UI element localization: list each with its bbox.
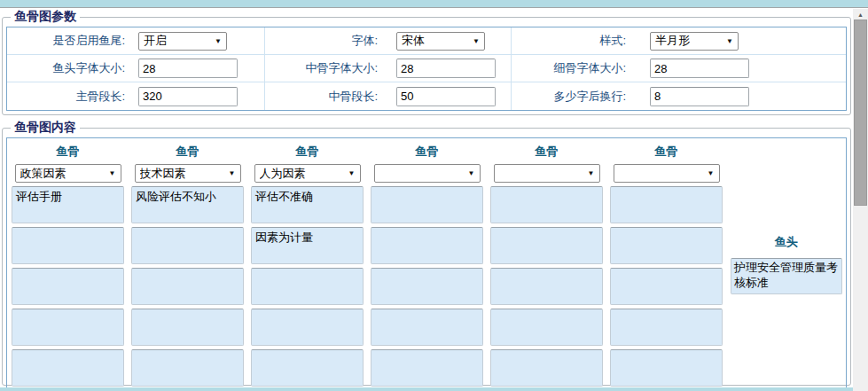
bone-column-1: 鱼骨 政策因素 ▼ 评估手册 — [12, 138, 124, 390]
field-label: 多少字后换行: — [512, 89, 626, 105]
params-section-title: 鱼骨图参数 — [11, 9, 80, 25]
field-label: 细骨字体大小: — [512, 60, 626, 76]
fish-head-textarea[interactable]: 护理安全管理质量考核标准 — [731, 258, 842, 294]
bone-item-textarea[interactable] — [12, 349, 124, 387]
bone-item-textarea[interactable] — [490, 227, 603, 264]
bone-item-textarea[interactable] — [610, 227, 723, 264]
bone-item-textarea[interactable] — [610, 309, 723, 346]
scroll-up-button[interactable]: ▲ — [853, 9, 868, 20]
bone-column-header: 鱼骨 — [251, 144, 364, 160]
params-section: 鱼骨图参数 是否启用鱼尾: 开启 ▼ 字体: 宋体 ▼ — [2, 9, 851, 115]
head-font-size-input[interactable] — [138, 59, 238, 78]
chevron-down-icon: ▼ — [229, 169, 236, 177]
bone-column-3: 鱼骨 人为因素 ▼ 评估不准确 因素为计量 — [251, 138, 364, 390]
params-table: 是否启用鱼尾: 开启 ▼ 字体: 宋体 ▼ 样式: 半月形 — [6, 27, 847, 111]
bone-item-textarea[interactable] — [131, 349, 244, 387]
bone-category-select[interactable]: 政策因素 ▼ — [15, 164, 121, 183]
bone-item-textarea[interactable]: 因素为计量 — [251, 227, 364, 264]
field-label: 主骨段长: — [7, 89, 125, 105]
bone-column-header: 鱼骨 — [131, 144, 244, 160]
wrap-after-chars-input[interactable] — [650, 87, 749, 106]
bone-column-2: 鱼骨 技术因素 ▼ 风险评估不知小 — [131, 138, 244, 390]
params-row: 主骨段长: 中骨段长: 多少字后换行: — [7, 82, 846, 110]
field-mid-bone-font-size: 中骨字体大小: — [264, 55, 511, 82]
bone-item-textarea[interactable] — [12, 309, 124, 346]
field-wrap-after-chars: 多少字后换行: — [511, 82, 846, 110]
main-content: 鱼骨图参数 是否启用鱼尾: 开启 ▼ 字体: 宋体 ▼ — [0, 9, 853, 386]
bone-column-header: 鱼骨 — [490, 144, 603, 160]
field-font-family: 字体: 宋体 ▼ — [264, 27, 511, 54]
bone-column-4: 鱼骨 ▼ — [371, 138, 483, 390]
field-mid-bone-length: 中骨段长: — [264, 82, 511, 110]
bone-column-5: 鱼骨 ▼ — [490, 138, 603, 390]
field-label: 样式: — [512, 33, 626, 49]
field-label: 字体: — [265, 33, 378, 49]
bone-item-textarea[interactable] — [131, 268, 244, 305]
style-select[interactable]: 半月形 ▼ — [650, 32, 739, 51]
thin-bone-font-size-input[interactable] — [650, 59, 749, 78]
bone-item-textarea[interactable] — [610, 268, 723, 305]
params-row: 是否启用鱼尾: 开启 ▼ 字体: 宋体 ▼ 样式: 半月形 — [7, 27, 846, 55]
field-head-font-size: 鱼头字体大小: — [7, 55, 264, 82]
bone-item-textarea[interactable] — [490, 349, 603, 387]
content-grid: 鱼骨 政策因素 ▼ 评估手册 鱼骨 技术因素 ▼ — [6, 137, 847, 391]
bone-column-header: 鱼骨 — [12, 144, 124, 160]
field-label: 是否启用鱼尾: — [7, 33, 125, 49]
bone-item-textarea[interactable] — [490, 268, 603, 305]
bone-item-textarea[interactable] — [12, 268, 124, 305]
bone-item-textarea[interactable] — [131, 309, 244, 346]
bone-item-textarea[interactable] — [131, 227, 244, 264]
vertical-scrollbar[interactable]: ▲ — [853, 9, 868, 391]
scroll-up-icon: ▲ — [857, 12, 864, 18]
chevron-down-icon: ▼ — [726, 37, 733, 45]
bone-item-textarea[interactable] — [371, 268, 483, 305]
font-family-select[interactable]: 宋体 ▼ — [396, 32, 485, 51]
bone-category-select[interactable]: ▼ — [614, 164, 720, 183]
bone-item-textarea[interactable]: 风险评估不知小 — [131, 186, 244, 223]
field-thin-bone-font-size: 细骨字体大小: — [511, 55, 846, 82]
chevron-down-icon: ▼ — [348, 169, 356, 177]
bone-item-textarea[interactable] — [371, 186, 483, 223]
mid-bone-font-size-input[interactable] — [396, 59, 496, 78]
fish-head-header: 鱼头 — [731, 234, 842, 250]
enable-fish-tail-select[interactable]: 开启 ▼ — [138, 32, 227, 51]
top-accent-bar — [0, 0, 868, 8]
bone-column-header: 鱼骨 — [371, 144, 483, 160]
params-row: 鱼头字体大小: 中骨字体大小: 细骨字体大小: — [7, 55, 846, 82]
scrollbar-thumb[interactable] — [854, 20, 867, 206]
field-enable-fish-tail: 是否启用鱼尾: 开启 ▼ — [7, 27, 264, 54]
field-label: 中骨字体大小: — [265, 60, 378, 76]
bone-item-textarea[interactable] — [371, 309, 483, 346]
chevron-down-icon: ▼ — [588, 169, 595, 177]
bone-category-select[interactable]: ▼ — [374, 164, 481, 183]
bone-category-select[interactable]: 技术因素 ▼ — [135, 164, 241, 183]
content-section: 鱼骨图内容 鱼骨 政策因素 ▼ 评估手册 鱼骨 — [2, 120, 851, 386]
field-main-bone-length: 主骨段长: — [7, 82, 264, 110]
bone-category-select[interactable]: 人为因素 ▼ — [254, 164, 361, 183]
bone-item-textarea[interactable] — [490, 186, 603, 223]
bone-item-textarea[interactable]: 评估不准确 — [251, 186, 364, 223]
bone-item-textarea[interactable] — [490, 309, 603, 346]
bone-item-textarea[interactable]: 评估手册 — [12, 186, 124, 223]
bone-item-textarea[interactable] — [371, 349, 483, 387]
field-label: 中骨段长: — [265, 89, 378, 105]
chevron-down-icon: ▼ — [215, 37, 222, 45]
bone-item-textarea[interactable] — [251, 309, 364, 346]
fish-head-column: 鱼头 护理安全管理质量考核标准 — [731, 234, 842, 294]
main-bone-length-input[interactable] — [138, 87, 238, 106]
bone-column-6: 鱼骨 ▼ — [610, 138, 723, 390]
chevron-down-icon: ▼ — [708, 169, 715, 177]
chevron-down-icon: ▼ — [468, 169, 475, 177]
bone-item-textarea[interactable] — [610, 349, 723, 387]
content-section-title: 鱼骨图内容 — [11, 120, 80, 136]
mid-bone-length-input[interactable] — [396, 87, 496, 106]
bone-category-select[interactable]: ▼ — [494, 164, 600, 183]
bottom-accent-bar — [0, 387, 853, 391]
bone-item-textarea[interactable] — [12, 227, 124, 264]
field-style: 样式: 半月形 ▼ — [511, 27, 846, 54]
bone-item-textarea[interactable] — [610, 186, 723, 223]
bone-item-textarea[interactable] — [251, 349, 364, 387]
bone-item-textarea[interactable] — [371, 227, 483, 264]
bone-item-textarea[interactable] — [251, 268, 364, 305]
bone-column-header: 鱼骨 — [610, 144, 723, 160]
